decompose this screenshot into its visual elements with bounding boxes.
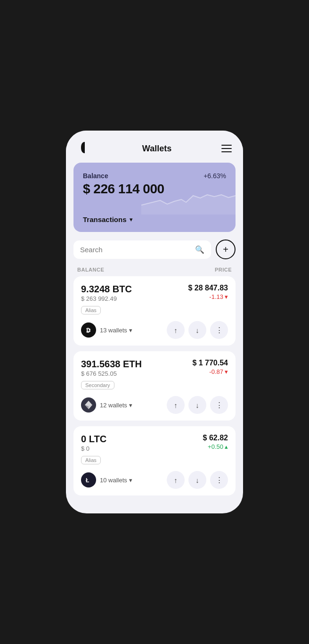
search-row: 🔍 + <box>66 239 243 265</box>
asset-card-eth: 391.5638 ETH $ 676 525.05 $ 1 770.54 -0.… <box>73 351 236 421</box>
balance-percent: +6.63% <box>203 172 226 180</box>
eth-amount: 391.5638 ETH <box>81 359 142 370</box>
eth-action-buttons: ↑ ↓ ⋮ <box>167 396 228 414</box>
btc-alias-tag: Alias <box>81 306 101 314</box>
chevron-down-icon: ▾ <box>130 216 133 223</box>
add-wallet-button[interactable]: + <box>216 239 236 259</box>
down-arrow-icon: ▾ <box>225 368 228 375</box>
btc-send-button[interactable]: ↑ <box>167 321 185 339</box>
phone-shell: Wallets Balance +6.63% $ 226 114 000 Tra… <box>66 131 243 513</box>
btc-price: $ 28 847.83 <box>188 284 228 292</box>
eth-usd: $ 676 525.05 <box>81 370 142 377</box>
btc-change: -1.13 ▾ <box>188 293 228 300</box>
ltc-price: $ 62.82 <box>203 434 228 442</box>
column-headers: BALANCE PRICE <box>66 265 243 276</box>
header: Wallets <box>66 131 243 163</box>
btc-amount: 9.3248 BTC <box>81 284 132 295</box>
ltc-usd: $ 0 <box>81 445 106 452</box>
logo-icon <box>77 140 92 157</box>
chevron-icon: ▾ <box>129 327 132 334</box>
balance-label: Balance <box>83 172 108 180</box>
asset-card-btc: 9.3248 BTC $ 263 992.49 $ 28 847.83 -1.1… <box>73 276 236 346</box>
ltc-send-button[interactable]: ↑ <box>167 471 185 489</box>
ltc-more-button[interactable]: ⋮ <box>210 471 228 489</box>
btc-more-button[interactable]: ⋮ <box>210 321 228 339</box>
eth-price: $ 1 770.54 <box>192 359 228 367</box>
svg-text:Ł: Ł <box>86 477 89 484</box>
btc-wallet-count: 13 wallets ▾ <box>100 327 132 334</box>
ltc-change: +0.50 ▴ <box>203 443 228 450</box>
btc-wallet-info: 13 wallets ▾ <box>81 322 132 338</box>
transactions-label: Transactions <box>83 215 127 223</box>
btc-logo <box>81 322 96 338</box>
ltc-wallet-count: 10 wallets ▾ <box>100 477 132 484</box>
ltc-alias-tag: Alias <box>81 456 101 464</box>
eth-alias-tag: Secondary <box>81 381 114 389</box>
transactions-row[interactable]: Transactions ▾ <box>83 215 226 223</box>
eth-wallet-count: 12 wallets ▾ <box>100 402 132 409</box>
eth-more-button[interactable]: ⋮ <box>210 396 228 414</box>
col-balance-header: BALANCE <box>77 267 104 272</box>
up-arrow-icon: ▴ <box>225 443 228 450</box>
eth-send-button[interactable]: ↑ <box>167 396 185 414</box>
btc-receive-button[interactable]: ↓ <box>188 321 206 339</box>
btc-action-buttons: ↑ ↓ ⋮ <box>167 321 228 339</box>
down-arrow-icon: ▾ <box>225 293 228 300</box>
col-price-header: PRICE <box>215 267 232 272</box>
btc-usd: $ 263 992.49 <box>81 295 132 302</box>
ltc-wallet-info: Ł 10 wallets ▾ <box>81 472 132 487</box>
ltc-amount: 0 LTC <box>81 434 106 445</box>
eth-logo <box>81 397 96 413</box>
chevron-icon: ▾ <box>129 402 132 409</box>
eth-change: -0.87 ▾ <box>192 368 228 375</box>
balance-amount: $ 226 114 000 <box>83 182 226 197</box>
plus-icon: + <box>223 244 228 255</box>
asset-card-ltc: 0 LTC $ 0 $ 62.82 +0.50 ▴ Alias Ł <box>73 426 236 495</box>
search-input[interactable] <box>80 246 191 254</box>
page-title: Wallets <box>142 144 171 154</box>
assets-list: 9.3248 BTC $ 263 992.49 $ 28 847.83 -1.1… <box>66 276 243 495</box>
ltc-logo: Ł <box>81 472 96 487</box>
eth-receive-button[interactable]: ↓ <box>188 396 206 414</box>
ltc-receive-button[interactable]: ↓ <box>188 471 206 489</box>
chevron-icon: ▾ <box>129 477 132 484</box>
search-box: 🔍 <box>73 240 211 259</box>
balance-card: Balance +6.63% $ 226 114 000 Transaction… <box>73 163 236 232</box>
search-icon: 🔍 <box>195 245 204 254</box>
eth-wallet-info: 12 wallets ▾ <box>81 397 132 413</box>
ltc-action-buttons: ↑ ↓ ⋮ <box>167 471 228 489</box>
menu-icon[interactable] <box>221 145 232 152</box>
